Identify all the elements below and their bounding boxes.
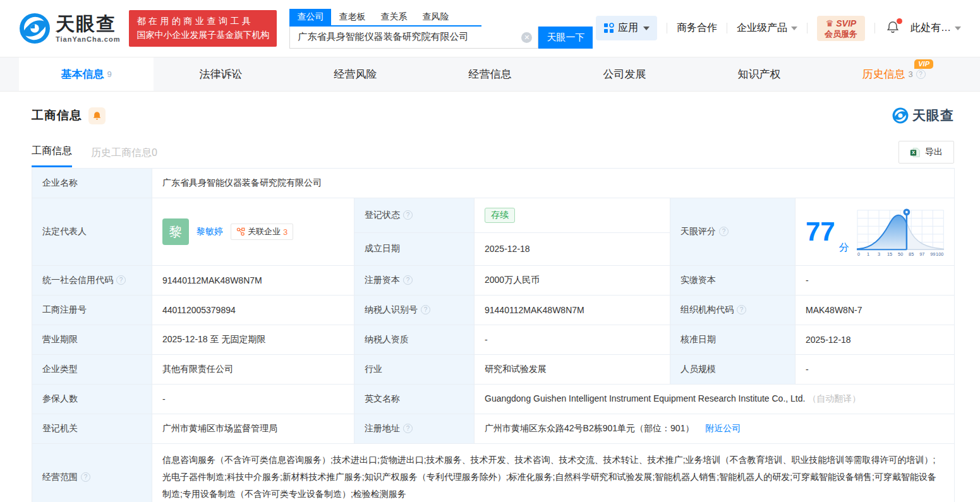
avatar[interactable]: 黎 [162, 218, 189, 245]
chevron-down-icon [643, 27, 650, 30]
tab-badge: 9 [107, 69, 111, 79]
reg-capital-label: 注册资本? [354, 266, 475, 296]
tab-business-info[interactable]: 经营信息 [423, 57, 557, 91]
search-button[interactable]: 天眼一下 [538, 27, 593, 49]
logo-domain-text: TianYanCha.com [56, 36, 120, 43]
business-scope-label: 经营范围? [32, 444, 152, 502]
vip-badge: VIP [914, 59, 933, 69]
reg-status-label: 登记状态? [354, 198, 475, 233]
org-code-value: MAK48W8N-7 [795, 296, 955, 325]
table-row: 登记机关 广州市黄埔区市场监督管理局 注册地址? 广州市黄埔区东众路42号B2栋… [32, 414, 955, 444]
search-input[interactable] [289, 27, 538, 49]
notification-bell-button[interactable] [886, 20, 900, 37]
approval-date-value: 2025-12-18 [795, 325, 955, 355]
excel-icon: X [910, 147, 921, 158]
tab-legal-proceedings[interactable]: 法律诉讼 [154, 57, 288, 91]
legal-rep-link[interactable]: 黎敏婷 [197, 226, 223, 237]
tab-history-info[interactable]: 历史信息 3 ? VIP [826, 57, 961, 91]
tyc-score-cell: 77 分 [795, 198, 955, 266]
english-name-value: Guangdong Guishen Intelligent Instrument… [475, 385, 955, 414]
apps-label: 应用 [618, 21, 638, 35]
company-name-label: 企业名称 [32, 169, 152, 198]
reg-number-value: 440112005379894 [152, 296, 354, 325]
subtab-business-info[interactable]: 工商信息 [32, 145, 72, 167]
svg-text:85: 85 [909, 251, 914, 257]
tab-intellectual-property[interactable]: 知识产权 [692, 57, 826, 91]
apps-menu-button[interactable]: 应用 [596, 16, 657, 40]
related-companies-label: 关联企业 [248, 226, 281, 237]
reg-status-value: 存续 [475, 198, 670, 233]
taxpayer-quality-value: - [475, 325, 670, 355]
help-icon[interactable]: ? [403, 424, 413, 433]
search-area: 查公司 查老板 查关系 查风险 ✕ 天眼一下 [289, 9, 594, 49]
business-info-table: 企业名称 广东省具身智能仪器装备研究院有限公司 法定代表人 黎 黎敏婷 [32, 168, 955, 502]
company-type-label: 企业类型 [32, 355, 152, 385]
tab-operation-risk[interactable]: 经营风险 [288, 57, 423, 91]
tianyancha-watermark: 天眼查 [892, 107, 954, 124]
legal-rep-cell: 黎 黎敏婷 关联企业 3 [152, 198, 354, 266]
help-icon[interactable]: ? [916, 69, 926, 79]
tab-badge: 3 [908, 69, 912, 79]
help-icon[interactable]: ? [719, 227, 729, 236]
credit-code-label: 统一社会信用代码? [32, 266, 152, 296]
insured-count-label: 参保人数 [32, 385, 152, 414]
business-term-label: 营业期限 [32, 325, 152, 355]
approval-date-label: 核准日期 [670, 325, 795, 355]
staff-size-value: - [795, 355, 955, 385]
table-row: 工商注册号 440112005379894 纳税人识别号? 91440112MA… [32, 296, 955, 325]
tab-label: 公司发展 [603, 67, 646, 81]
score-value: 77 [806, 218, 835, 245]
search-tab-boss[interactable]: 查老板 [331, 9, 373, 25]
english-name-label: 英文名称 [354, 385, 475, 414]
tianyancha-logo[interactable]: 天眼查 TianYanCha.com [19, 13, 120, 44]
business-cooperation-link[interactable]: 商务合作 [677, 21, 717, 35]
search-tab-relation[interactable]: 查关系 [373, 9, 414, 25]
related-companies-badge[interactable]: 关联企业 3 [231, 224, 293, 240]
enterprise-products-link[interactable]: 企业级产品 [737, 21, 797, 35]
industry-label: 行业 [354, 355, 475, 385]
divider [727, 23, 727, 33]
top-header: 天眼查 TianYanCha.com 都在用的商业查询工具 国家中小企业发展子基… [0, 0, 980, 57]
clear-icon[interactable]: ✕ [521, 32, 532, 43]
tab-label: 知识产权 [738, 67, 781, 81]
tab-basic-info[interactable]: 基本信息 9 [19, 57, 154, 91]
taxpayer-quality-label: 纳税人资质 [354, 325, 475, 355]
content-area: 工商信息 天眼查 工商信息 历史工商信息0 X 导出 [0, 107, 980, 502]
grid-icon [603, 23, 614, 33]
promo-banner: 都在用的商业查询工具 国家中小企业发展子基金旗下机构 [129, 10, 277, 46]
table-row: 统一社会信用代码? 91440112MAK48W8N7M 注册资本? 2000万… [32, 266, 955, 296]
business-scope-value: 信息咨询服务（不含许可类信息咨询服务）;技术进出口;货物进出口;技术服务、技术开… [152, 444, 955, 502]
tab-company-development[interactable]: 公司发展 [557, 57, 692, 91]
search-tabs: 查公司 查老板 查关系 查风险 [289, 9, 481, 27]
export-button[interactable]: X 导出 [898, 141, 954, 164]
tab-label: 经营信息 [469, 67, 512, 81]
svip-member-button[interactable]: ♛ SVIP 会员服务 [817, 16, 865, 41]
related-companies-count: 3 [283, 227, 287, 237]
industry-value: 研究和试验发展 [475, 355, 670, 385]
help-icon[interactable]: ? [403, 210, 413, 220]
status-badge: 存续 [485, 208, 515, 223]
help-icon[interactable]: ? [116, 275, 126, 285]
subtab-history-business-info[interactable]: 历史工商信息0 [91, 146, 157, 167]
help-icon[interactable]: ? [403, 275, 413, 285]
help-icon[interactable]: ? [421, 305, 430, 314]
nearby-companies-link[interactable]: 附近公司 [705, 423, 741, 433]
user-menu[interactable]: 此处有… [910, 21, 961, 35]
tab-label: 基本信息 [61, 67, 104, 81]
staff-size-label: 人员规模 [670, 355, 795, 385]
insured-count-value: - [152, 385, 354, 414]
logo-brand-text: 天眼查 [56, 15, 120, 33]
help-icon[interactable]: ? [737, 305, 746, 314]
search-tab-risk[interactable]: 查风险 [414, 9, 456, 25]
search-tab-company[interactable]: 查公司 [289, 9, 331, 25]
svg-text:50: 50 [898, 251, 903, 257]
svip-sublabel: 会员服务 [825, 29, 857, 39]
paid-capital-label: 实缴资本 [670, 266, 795, 296]
monitor-bell-button[interactable] [88, 107, 106, 124]
svg-text:0: 0 [857, 251, 860, 257]
help-icon[interactable]: ? [81, 472, 90, 482]
tab-label: 经营风险 [334, 67, 377, 81]
promo-line1: 都在用的商业查询工具 [136, 15, 269, 28]
divider [807, 23, 808, 33]
svg-text:15: 15 [887, 251, 892, 257]
